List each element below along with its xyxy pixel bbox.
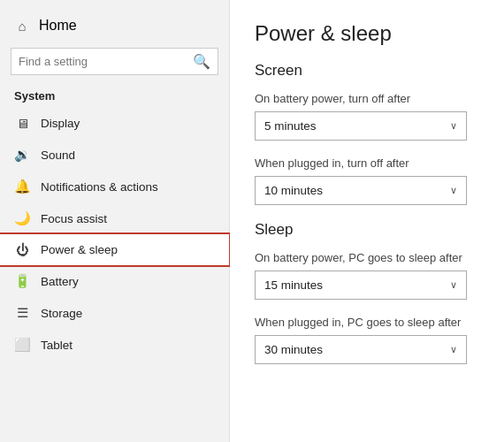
sidebar-item-label: Battery (41, 275, 79, 288)
sidebar-item-notifications[interactable]: 🔔 Notifications & actions (0, 171, 229, 202)
notifications-icon: 🔔 (14, 179, 30, 194)
screen-battery-label: On battery power, turn off after (255, 92, 479, 105)
sidebar-item-label: Display (41, 117, 80, 130)
power-icon: ⏻ (14, 242, 30, 257)
chevron-down-icon: ∨ (450, 120, 457, 132)
sound-icon: 🔉 (14, 147, 30, 163)
sidebar-item-label: Storage (41, 307, 82, 320)
focus-icon: 🌙 (14, 210, 30, 226)
sidebar-item-power[interactable]: ⏻ Power & sleep (0, 234, 229, 265)
sidebar-item-battery[interactable]: 🔋 Battery (0, 265, 229, 297)
sidebar-item-storage[interactable]: ☰ Storage (0, 297, 229, 329)
battery-icon: 🔋 (14, 273, 30, 289)
sleep-battery-dropdown[interactable]: 15 minutes ∨ (255, 271, 467, 300)
sidebar-item-display[interactable]: 🖥 Display (0, 108, 229, 139)
search-icon: 🔍 (193, 53, 210, 70)
sidebar-item-label: Sound (41, 149, 75, 162)
sidebar-item-focus[interactable]: 🌙 Focus assist (0, 202, 229, 234)
sidebar-item-label: Notifications & actions (41, 180, 158, 194)
search-input[interactable] (19, 55, 187, 68)
chevron-down-icon: ∨ (450, 279, 457, 291)
home-label: Home (39, 18, 77, 34)
sleep-battery-value: 15 minutes (264, 278, 323, 292)
tablet-icon: ⬜ (14, 337, 30, 353)
chevron-down-icon: ∨ (450, 185, 457, 196)
sidebar-item-tablet[interactable]: ⬜ Tablet (0, 329, 229, 361)
screen-plugged-label: When plugged in, turn off after (255, 156, 479, 170)
page-title: Power & sleep (255, 21, 479, 46)
search-box[interactable]: 🔍 (11, 48, 218, 75)
sidebar-item-sound[interactable]: 🔉 Sound (0, 139, 229, 171)
sleep-plugged-label: When plugged in, PC goes to sleep after (255, 316, 479, 329)
sidebar-item-label: Tablet (41, 339, 73, 352)
screen-section-title: Screen (255, 62, 479, 80)
screen-battery-dropdown[interactable]: 5 minutes ∨ (255, 111, 467, 141)
screen-battery-value: 5 minutes (264, 119, 317, 133)
home-icon: ⌂ (14, 19, 30, 34)
sidebar: ⌂ Home 🔍 System 🖥 Display 🔉 Sound 🔔 Noti… (0, 0, 230, 442)
storage-icon: ☰ (14, 305, 30, 321)
screen-plugged-dropdown[interactable]: 10 minutes ∨ (255, 176, 467, 205)
sleep-battery-label: On battery power, PC goes to sleep after (255, 251, 479, 264)
screen-plugged-wrapper: When plugged in, turn off after 10 minut… (255, 156, 479, 205)
sidebar-item-label: Focus assist (41, 212, 107, 225)
chevron-down-icon: ∨ (450, 344, 457, 355)
sleep-section-title: Sleep (255, 221, 479, 239)
sidebar-item-label: Power & sleep (41, 243, 118, 256)
sleep-plugged-wrapper: When plugged in, PC goes to sleep after … (255, 316, 479, 364)
screen-battery-wrapper: On battery power, turn off after 5 minut… (255, 92, 479, 141)
sleep-battery-wrapper: On battery power, PC goes to sleep after… (255, 251, 479, 300)
display-icon: 🖥 (14, 116, 30, 131)
screen-plugged-value: 10 minutes (264, 184, 323, 197)
sidebar-section-title: System (0, 84, 229, 108)
sidebar-home[interactable]: ⌂ Home (0, 9, 229, 42)
sleep-plugged-value: 30 minutes (264, 343, 323, 356)
main-content: Power & sleep Screen On battery power, t… (230, 0, 504, 442)
sleep-plugged-dropdown[interactable]: 30 minutes ∨ (255, 335, 467, 364)
